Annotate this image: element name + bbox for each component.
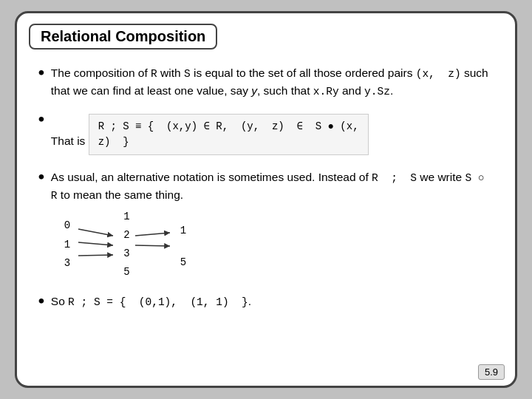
bullet-3-text: As usual, an alternative notation is som… [51, 168, 494, 282]
bullet-2-text: That is R ; S ≡ { (x,y) ∈ R, (y, z) ∈ S … [51, 111, 369, 158]
mid-val-2: 2 [123, 226, 129, 245]
bullet-2: • That is R ; S ≡ { (x,y) ∈ R, (y, z) ∈ … [38, 111, 494, 158]
bullet-1: • The composition of R with S is equal t… [38, 64, 494, 100]
bullet-4-text: So R ; S = { (0,1), (1, 1) }. [51, 293, 251, 310]
code-ysz: y.Sz [364, 86, 390, 98]
svg-line-0 [78, 229, 113, 236]
code-pair: (x, z) [416, 68, 461, 80]
diagram-arrows-right [132, 222, 176, 267]
bullet-dot-1: • [38, 63, 45, 83]
code-r-semi-s: R ; S [372, 172, 417, 184]
code-s1: S [184, 68, 191, 80]
diagram-area: 0 1 3 [64, 208, 494, 282]
diagram-left-col: 0 1 3 [64, 216, 70, 273]
left-val-3: 3 [64, 254, 70, 273]
diagram-right-col: 1 5 [180, 217, 186, 272]
so-period: . [248, 295, 251, 307]
slide-title: Relational Composition [29, 24, 217, 50]
mid-val-1: 1 [123, 208, 129, 226]
diagram-arrows-left [75, 222, 119, 267]
mid-val-5: 5 [123, 263, 129, 282]
bullet-4: • So R ; S = { (0,1), (1, 1) }. [38, 293, 494, 312]
bullet-dot-4: • [38, 291, 45, 312]
left-val-0: 0 [64, 216, 70, 235]
italic-y: y [251, 84, 257, 97]
svg-line-4 [135, 245, 170, 246]
page-number: 5.9 [478, 364, 505, 380]
right-val-5: 5 [180, 253, 186, 272]
code-block-2: R ; S ≡ { (x,y) ∈ R, (y, z) ∈ S ● (x, z)… [89, 114, 369, 155]
mid-val-3: 3 [123, 245, 129, 263]
bullet3-text-before: As usual, an alternative notation is som… [51, 171, 485, 201]
svg-line-1 [78, 242, 113, 245]
svg-line-2 [78, 255, 113, 256]
code-line2: z) } [98, 136, 129, 148]
code-s-circ-r: S ○ R [51, 172, 485, 202]
code-xry: x.Ry [313, 86, 339, 98]
slide: Relational Composition • The composition… [15, 11, 517, 388]
svg-line-3 [135, 233, 170, 236]
that-is-label: That is [51, 134, 86, 147]
code-line1: R ; S ≡ { (x,y) ∈ R, (y, z) ∈ S ● (x, [98, 120, 359, 132]
bullet4-code: R ; S = { (0,1), (1, 1) } [68, 296, 248, 308]
so-label: So [51, 295, 68, 307]
diagram-middle-col: 1 2 3 5 [123, 208, 129, 282]
bullet-dot-2: • [38, 109, 45, 130]
right-val-1: 1 [180, 222, 186, 240]
bullet-dot-3: • [38, 167, 45, 188]
bullet-3: • As usual, an alternative notation is s… [38, 168, 494, 282]
left-val-1: 1 [64, 236, 70, 254]
code-r1: R [151, 68, 157, 80]
slide-content: • The composition of R with S is equal t… [17, 50, 515, 330]
bullet-1-text: The composition of R with S is equal to … [51, 64, 494, 100]
